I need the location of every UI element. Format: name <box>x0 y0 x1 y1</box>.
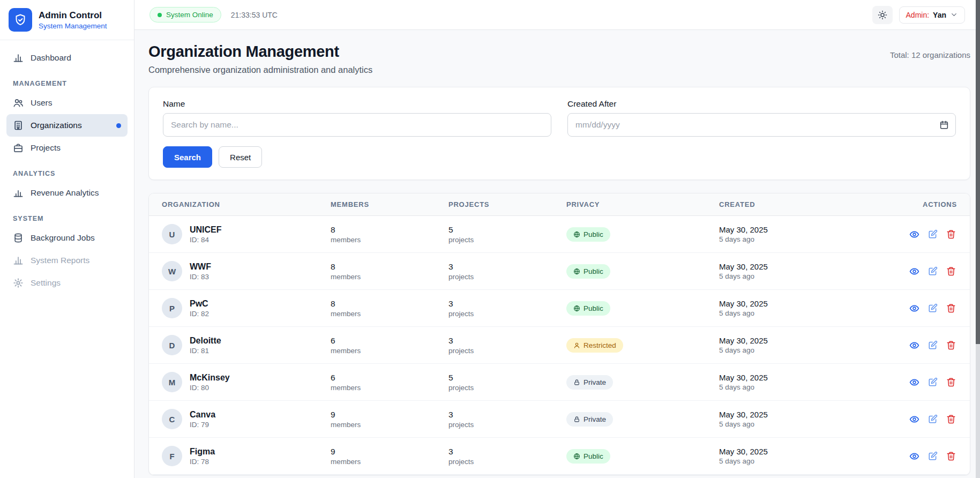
sidebar-item-label: Dashboard <box>31 53 71 63</box>
org-avatar: C <box>162 409 182 429</box>
delete-button[interactable] <box>945 302 957 315</box>
sidebar-section-management: MANAGEMENT <box>13 80 121 87</box>
org-name: Canva <box>190 410 215 420</box>
members-unit: members <box>331 384 448 392</box>
view-button[interactable] <box>908 413 921 425</box>
sidebar-nav: Dashboard MANAGEMENT Users Organizations… <box>0 40 134 301</box>
created-after-date-input[interactable] <box>567 113 956 137</box>
delete-button[interactable] <box>945 228 957 241</box>
org-id: ID: 83 <box>190 273 211 281</box>
top-header: System Online 21:33:53 UTC Admin: Yan <box>134 0 980 30</box>
created-ago: 5 days ago <box>719 383 887 391</box>
sidebar-item-dashboard[interactable]: Dashboard <box>6 47 128 69</box>
members-count: 8 <box>331 299 448 309</box>
projects-count: 3 <box>448 410 566 420</box>
org-id: ID: 80 <box>190 384 230 392</box>
globe-icon <box>573 268 580 275</box>
created-ago: 5 days ago <box>719 235 887 243</box>
org-id: ID: 78 <box>190 458 215 466</box>
members-count: 6 <box>331 336 448 346</box>
admin-menu[interactable]: Admin: Yan <box>899 6 965 24</box>
search-input[interactable] <box>163 113 551 137</box>
org-name: WWF <box>190 262 211 272</box>
view-button[interactable] <box>908 302 921 315</box>
table-row: M McKinsey ID: 80 6 members 5 projects <box>149 364 970 401</box>
name-filter-label: Name <box>163 99 551 109</box>
delete-button[interactable] <box>945 450 957 462</box>
members-unit: members <box>331 347 448 355</box>
sidebar-item-projects[interactable]: Projects <box>6 137 128 159</box>
brand-subtitle: System Management <box>39 22 107 30</box>
org-avatar: D <box>162 335 182 355</box>
bar-chart-icon <box>13 53 24 63</box>
shield-icon <box>9 8 32 32</box>
delete-button[interactable] <box>945 413 957 425</box>
created-ago: 5 days ago <box>719 420 887 428</box>
view-button[interactable] <box>908 265 921 278</box>
table-row: D Deloitte ID: 81 6 members 3 projects <box>149 327 970 364</box>
sidebar-item-organizations[interactable]: Organizations <box>6 114 128 137</box>
table-row: P PwC ID: 82 8 members 3 projects <box>149 290 970 327</box>
sidebar-item-label: Users <box>31 98 52 108</box>
edit-button[interactable] <box>927 339 939 352</box>
projects-unit: projects <box>448 347 566 355</box>
edit-button[interactable] <box>927 376 939 389</box>
page-title: Organization Management <box>148 43 372 61</box>
sidebar-item-users[interactable]: Users <box>6 92 128 114</box>
scrollbar-thumb[interactable] <box>976 0 980 344</box>
delete-button[interactable] <box>945 376 957 389</box>
org-id: ID: 82 <box>190 310 209 318</box>
view-button[interactable] <box>908 228 921 241</box>
edit-button[interactable] <box>927 228 939 241</box>
members-count: 6 <box>331 373 448 383</box>
members-count: 8 <box>331 262 448 272</box>
edit-button[interactable] <box>927 413 939 425</box>
delete-button[interactable] <box>945 339 957 352</box>
projects-count: 3 <box>448 447 566 457</box>
theme-toggle-button[interactable] <box>872 6 893 24</box>
edit-button[interactable] <box>927 302 939 315</box>
vertical-scrollbar[interactable] <box>976 0 980 478</box>
column-header-privacy: PRIVACY <box>566 200 719 208</box>
privacy-label: Public <box>583 304 603 312</box>
view-button[interactable] <box>908 376 921 389</box>
sidebar: Admin Control System Management Dashboar… <box>0 0 134 478</box>
privacy-badge: Public <box>566 227 610 242</box>
sidebar-item-settings[interactable]: Settings <box>6 272 128 294</box>
filters-panel: Name Created After Search Reset <box>148 87 970 180</box>
created-ago: 5 days ago <box>719 346 887 354</box>
projects-count: 5 <box>448 373 566 383</box>
privacy-label: Public <box>583 452 603 460</box>
sidebar-item-background-jobs[interactable]: Background Jobs <box>6 227 128 249</box>
organizations-total: Total: 12 organizations <box>890 50 970 59</box>
projects-unit: projects <box>448 458 566 466</box>
building-icon <box>13 120 24 131</box>
sidebar-item-label: Projects <box>31 143 61 153</box>
globe-icon <box>573 231 580 238</box>
view-button[interactable] <box>908 450 921 462</box>
privacy-label: Public <box>583 267 603 275</box>
projects-count: 3 <box>448 262 566 272</box>
created-date: May 30, 2025 <box>719 299 887 308</box>
reset-button[interactable]: Reset <box>219 146 262 168</box>
org-avatar: M <box>162 372 182 392</box>
lock-icon <box>573 416 580 423</box>
sidebar-item-system-reports[interactable]: System Reports <box>6 249 128 272</box>
projects-unit: projects <box>448 384 566 392</box>
column-header-organization: ORGANIZATION <box>162 200 331 208</box>
search-button[interactable]: Search <box>163 146 212 168</box>
delete-button[interactable] <box>945 265 957 278</box>
privacy-badge: Private <box>566 375 613 390</box>
sidebar-item-label: Settings <box>31 278 61 288</box>
sidebar-item-revenue-analytics[interactable]: Revenue Analytics <box>6 182 128 204</box>
members-unit: members <box>331 421 448 429</box>
privacy-badge: Public <box>566 449 610 464</box>
view-button[interactable] <box>908 339 921 352</box>
org-name: PwC <box>190 299 209 309</box>
members-count: 9 <box>331 447 448 457</box>
org-name: Deloitte <box>190 336 221 346</box>
privacy-badge: Restricted <box>566 338 623 353</box>
members-unit: members <box>331 236 448 244</box>
edit-button[interactable] <box>927 450 939 462</box>
edit-button[interactable] <box>927 265 939 278</box>
